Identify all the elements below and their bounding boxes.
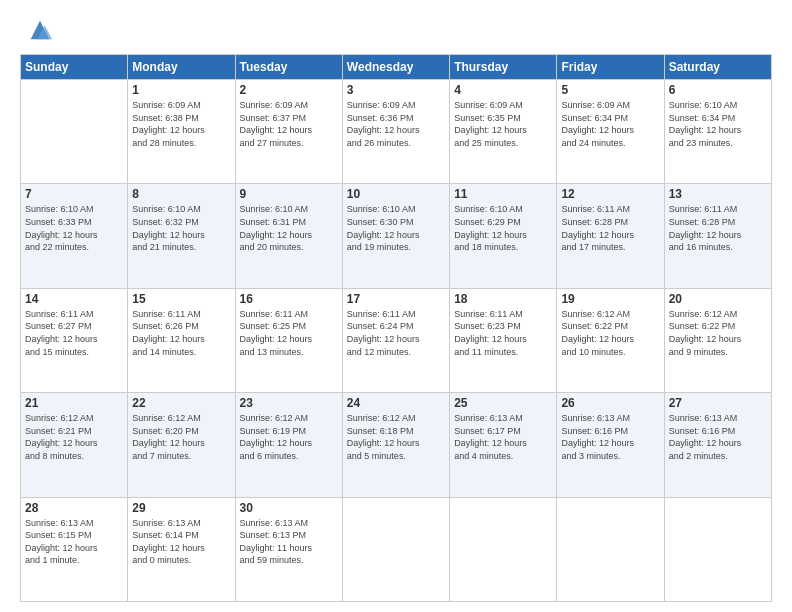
day-info: Sunrise: 6:13 AM Sunset: 6:14 PM Dayligh… <box>132 517 230 567</box>
day-info: Sunrise: 6:12 AM Sunset: 6:18 PM Dayligh… <box>347 412 445 462</box>
day-number: 21 <box>25 396 123 410</box>
table-row: 7Sunrise: 6:10 AM Sunset: 6:33 PM Daylig… <box>21 184 128 288</box>
table-row: 13Sunrise: 6:11 AM Sunset: 6:28 PM Dayli… <box>664 184 771 288</box>
day-info: Sunrise: 6:09 AM Sunset: 6:35 PM Dayligh… <box>454 99 552 149</box>
table-row: 21Sunrise: 6:12 AM Sunset: 6:21 PM Dayli… <box>21 393 128 497</box>
day-info: Sunrise: 6:11 AM Sunset: 6:23 PM Dayligh… <box>454 308 552 358</box>
day-number: 5 <box>561 83 659 97</box>
table-row: 18Sunrise: 6:11 AM Sunset: 6:23 PM Dayli… <box>450 288 557 392</box>
table-row: 28Sunrise: 6:13 AM Sunset: 6:15 PM Dayli… <box>21 497 128 601</box>
table-row: 20Sunrise: 6:12 AM Sunset: 6:22 PM Dayli… <box>664 288 771 392</box>
header <box>20 16 772 44</box>
table-row: 25Sunrise: 6:13 AM Sunset: 6:17 PM Dayli… <box>450 393 557 497</box>
day-info: Sunrise: 6:11 AM Sunset: 6:26 PM Dayligh… <box>132 308 230 358</box>
table-row <box>21 80 128 184</box>
day-number: 2 <box>240 83 338 97</box>
day-info: Sunrise: 6:13 AM Sunset: 6:13 PM Dayligh… <box>240 517 338 567</box>
day-info: Sunrise: 6:12 AM Sunset: 6:20 PM Dayligh… <box>132 412 230 462</box>
day-info: Sunrise: 6:10 AM Sunset: 6:29 PM Dayligh… <box>454 203 552 253</box>
day-info: Sunrise: 6:12 AM Sunset: 6:22 PM Dayligh… <box>561 308 659 358</box>
day-info: Sunrise: 6:13 AM Sunset: 6:16 PM Dayligh… <box>669 412 767 462</box>
day-info: Sunrise: 6:11 AM Sunset: 6:27 PM Dayligh… <box>25 308 123 358</box>
calendar-week-row: 21Sunrise: 6:12 AM Sunset: 6:21 PM Dayli… <box>21 393 772 497</box>
logo-icon <box>26 16 54 44</box>
table-row: 30Sunrise: 6:13 AM Sunset: 6:13 PM Dayli… <box>235 497 342 601</box>
table-row: 10Sunrise: 6:10 AM Sunset: 6:30 PM Dayli… <box>342 184 449 288</box>
day-number: 30 <box>240 501 338 515</box>
day-info: Sunrise: 6:09 AM Sunset: 6:36 PM Dayligh… <box>347 99 445 149</box>
col-sunday: Sunday <box>21 55 128 80</box>
table-row: 12Sunrise: 6:11 AM Sunset: 6:28 PM Dayli… <box>557 184 664 288</box>
day-info: Sunrise: 6:10 AM Sunset: 6:32 PM Dayligh… <box>132 203 230 253</box>
calendar-week-row: 14Sunrise: 6:11 AM Sunset: 6:27 PM Dayli… <box>21 288 772 392</box>
table-row: 19Sunrise: 6:12 AM Sunset: 6:22 PM Dayli… <box>557 288 664 392</box>
day-info: Sunrise: 6:09 AM Sunset: 6:38 PM Dayligh… <box>132 99 230 149</box>
day-info: Sunrise: 6:10 AM Sunset: 6:30 PM Dayligh… <box>347 203 445 253</box>
table-row <box>342 497 449 601</box>
day-info: Sunrise: 6:13 AM Sunset: 6:15 PM Dayligh… <box>25 517 123 567</box>
day-number: 29 <box>132 501 230 515</box>
day-number: 6 <box>669 83 767 97</box>
table-row: 29Sunrise: 6:13 AM Sunset: 6:14 PM Dayli… <box>128 497 235 601</box>
table-row: 26Sunrise: 6:13 AM Sunset: 6:16 PM Dayli… <box>557 393 664 497</box>
day-info: Sunrise: 6:12 AM Sunset: 6:22 PM Dayligh… <box>669 308 767 358</box>
table-row: 11Sunrise: 6:10 AM Sunset: 6:29 PM Dayli… <box>450 184 557 288</box>
day-number: 13 <box>669 187 767 201</box>
day-number: 18 <box>454 292 552 306</box>
day-number: 17 <box>347 292 445 306</box>
day-number: 10 <box>347 187 445 201</box>
table-row <box>450 497 557 601</box>
table-row: 17Sunrise: 6:11 AM Sunset: 6:24 PM Dayli… <box>342 288 449 392</box>
day-info: Sunrise: 6:11 AM Sunset: 6:28 PM Dayligh… <box>669 203 767 253</box>
day-number: 26 <box>561 396 659 410</box>
calendar-week-row: 28Sunrise: 6:13 AM Sunset: 6:15 PM Dayli… <box>21 497 772 601</box>
calendar-week-row: 1Sunrise: 6:09 AM Sunset: 6:38 PM Daylig… <box>21 80 772 184</box>
day-number: 7 <box>25 187 123 201</box>
day-info: Sunrise: 6:11 AM Sunset: 6:24 PM Dayligh… <box>347 308 445 358</box>
day-number: 16 <box>240 292 338 306</box>
col-saturday: Saturday <box>664 55 771 80</box>
col-monday: Monday <box>128 55 235 80</box>
table-row: 4Sunrise: 6:09 AM Sunset: 6:35 PM Daylig… <box>450 80 557 184</box>
day-number: 19 <box>561 292 659 306</box>
table-row: 23Sunrise: 6:12 AM Sunset: 6:19 PM Dayli… <box>235 393 342 497</box>
col-friday: Friday <box>557 55 664 80</box>
calendar-table: Sunday Monday Tuesday Wednesday Thursday… <box>20 54 772 602</box>
table-row: 22Sunrise: 6:12 AM Sunset: 6:20 PM Dayli… <box>128 393 235 497</box>
table-row: 5Sunrise: 6:09 AM Sunset: 6:34 PM Daylig… <box>557 80 664 184</box>
col-thursday: Thursday <box>450 55 557 80</box>
day-info: Sunrise: 6:13 AM Sunset: 6:16 PM Dayligh… <box>561 412 659 462</box>
day-info: Sunrise: 6:11 AM Sunset: 6:25 PM Dayligh… <box>240 308 338 358</box>
table-row: 1Sunrise: 6:09 AM Sunset: 6:38 PM Daylig… <box>128 80 235 184</box>
day-info: Sunrise: 6:09 AM Sunset: 6:37 PM Dayligh… <box>240 99 338 149</box>
day-number: 11 <box>454 187 552 201</box>
calendar-week-row: 7Sunrise: 6:10 AM Sunset: 6:33 PM Daylig… <box>21 184 772 288</box>
table-row: 2Sunrise: 6:09 AM Sunset: 6:37 PM Daylig… <box>235 80 342 184</box>
day-number: 25 <box>454 396 552 410</box>
table-row: 3Sunrise: 6:09 AM Sunset: 6:36 PM Daylig… <box>342 80 449 184</box>
day-info: Sunrise: 6:10 AM Sunset: 6:33 PM Dayligh… <box>25 203 123 253</box>
day-number: 12 <box>561 187 659 201</box>
logo <box>20 16 54 44</box>
table-row: 9Sunrise: 6:10 AM Sunset: 6:31 PM Daylig… <box>235 184 342 288</box>
table-row: 15Sunrise: 6:11 AM Sunset: 6:26 PM Dayli… <box>128 288 235 392</box>
day-info: Sunrise: 6:10 AM Sunset: 6:31 PM Dayligh… <box>240 203 338 253</box>
day-number: 23 <box>240 396 338 410</box>
col-wednesday: Wednesday <box>342 55 449 80</box>
day-info: Sunrise: 6:11 AM Sunset: 6:28 PM Dayligh… <box>561 203 659 253</box>
day-info: Sunrise: 6:13 AM Sunset: 6:17 PM Dayligh… <box>454 412 552 462</box>
day-number: 15 <box>132 292 230 306</box>
day-info: Sunrise: 6:12 AM Sunset: 6:21 PM Dayligh… <box>25 412 123 462</box>
table-row: 6Sunrise: 6:10 AM Sunset: 6:34 PM Daylig… <box>664 80 771 184</box>
day-number: 24 <box>347 396 445 410</box>
day-number: 22 <box>132 396 230 410</box>
table-row: 8Sunrise: 6:10 AM Sunset: 6:32 PM Daylig… <box>128 184 235 288</box>
day-number: 27 <box>669 396 767 410</box>
col-tuesday: Tuesday <box>235 55 342 80</box>
table-row: 16Sunrise: 6:11 AM Sunset: 6:25 PM Dayli… <box>235 288 342 392</box>
table-row: 14Sunrise: 6:11 AM Sunset: 6:27 PM Dayli… <box>21 288 128 392</box>
day-number: 14 <box>25 292 123 306</box>
day-info: Sunrise: 6:10 AM Sunset: 6:34 PM Dayligh… <box>669 99 767 149</box>
day-info: Sunrise: 6:09 AM Sunset: 6:34 PM Dayligh… <box>561 99 659 149</box>
day-number: 20 <box>669 292 767 306</box>
